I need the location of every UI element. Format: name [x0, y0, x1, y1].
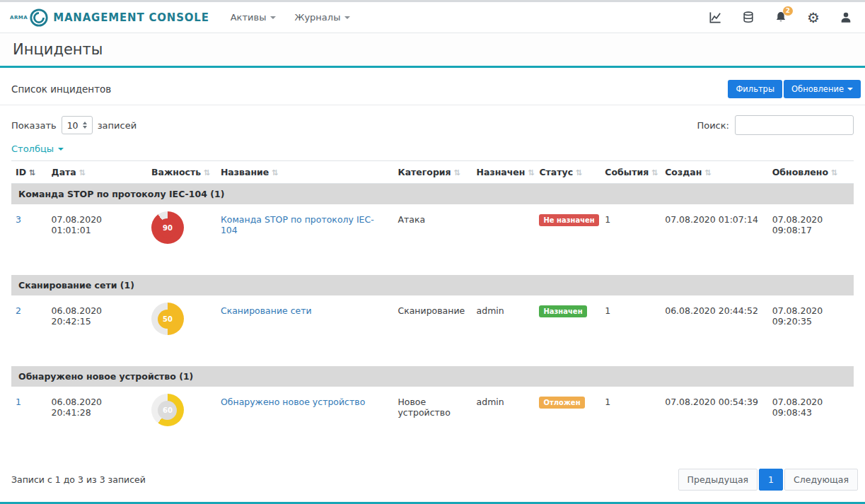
entries-label: записей [98, 120, 137, 131]
table-controls: Показать 10 записей Поиск: [0, 105, 865, 138]
page-size-group: Показать 10 записей [11, 116, 137, 134]
incident-created: 06.08.2020 20:44:52 [661, 295, 768, 366]
incident-events-count: 1 [600, 204, 661, 275]
chevron-down-icon [270, 16, 276, 19]
incidents-panel: Список инцидентов Фильтры Обновление Пок… [0, 74, 865, 499]
page-size-select[interactable]: 10 [62, 116, 93, 134]
column-header-updated[interactable]: Обновлено⇅ [768, 161, 854, 184]
incident-id-link[interactable]: 3 [16, 214, 21, 225]
columns-button[interactable]: Столбцы [11, 143, 64, 154]
sort-icon[interactable]: ⇅ [576, 168, 582, 177]
group-header-row: Команда STOP по протоколу IEC-104 (1) [11, 184, 854, 205]
panel-buttons: Фильтры Обновление [728, 80, 861, 98]
settings-gear-icon[interactable]: ⚙ [807, 11, 820, 25]
page-1-button[interactable]: 1 [759, 469, 783, 491]
search-input[interactable] [735, 115, 854, 135]
menu-assets[interactable]: Активы [231, 12, 277, 23]
chevron-down-icon [344, 16, 350, 19]
incident-events-count: 1 [600, 387, 661, 457]
panel-header: Список инцидентов Фильтры Обновление [0, 74, 865, 105]
next-page-button[interactable]: Следующая [784, 469, 858, 491]
incident-category: Атака [393, 204, 472, 275]
incident-created: 07.08.2020 01:07:14 [661, 204, 768, 275]
columns-row: Столбцы [0, 138, 865, 160]
incident-name-link[interactable]: Команда STOP по протоколу IEC-104 [221, 214, 374, 235]
severity-donut: 90 [151, 211, 184, 244]
incident-id-link[interactable]: 1 [16, 397, 21, 407]
page-size-value: 10 [67, 120, 79, 131]
incident-date: 06.08.2020 20:42:15 [47, 295, 147, 366]
brand: ARMA MANAGEMENT CONSOLE [10, 8, 209, 28]
menu-journals-label: Журналы [294, 12, 340, 23]
navbar-icons: 2 ⚙ [709, 11, 852, 25]
show-label: Показать [11, 120, 57, 131]
menu-journals[interactable]: Журналы [294, 12, 350, 23]
incident-assigned: admin [472, 387, 535, 457]
table-header-row: ID⇅Дата⇅Важность⇅Название⇅Категория⇅Назн… [11, 161, 854, 184]
page-header: Инциденты [0, 33, 865, 68]
records-info: Записи с 1 до 3 из 3 записей [11, 474, 146, 485]
incident-assigned: admin [472, 295, 535, 366]
incident-updated: 07.08.2020 09:08:17 [768, 204, 854, 275]
user-profile-icon[interactable] [840, 11, 852, 24]
severity-value: 60 [158, 401, 177, 420]
column-header-assigned[interactable]: Назначен⇅ [472, 161, 535, 184]
incident-row: 106.08.2020 20:41:2860Обнаружено новое у… [11, 387, 854, 457]
sort-icon[interactable]: ⇅ [29, 168, 35, 177]
incident-date: 06.08.2020 20:41:28 [47, 387, 147, 457]
incident-name-link[interactable]: Обнаружено новое устройство [221, 397, 365, 407]
top-navbar: ARMA MANAGEMENT CONSOLE Активы Журналы [0, 2, 865, 33]
column-header-events[interactable]: События⇅ [600, 161, 661, 184]
column-header-created[interactable]: Создан⇅ [661, 161, 768, 184]
incident-row: 307.08.2020 01:01:0190Команда STOP по пр… [11, 204, 854, 275]
status-badge: Назначен [539, 305, 586, 317]
incident-name-link[interactable]: Сканирование сети [221, 305, 312, 316]
incident-updated: 07.08.2020 09:20:35 [768, 295, 854, 366]
column-header-name[interactable]: Название⇅ [216, 161, 394, 184]
table-footer: Записи с 1 до 3 из 3 записей Предыдущая … [0, 457, 865, 499]
severity-donut: 60 [151, 394, 184, 426]
panel-title: Список инцидентов [11, 83, 111, 95]
page-title: Инциденты [13, 41, 852, 58]
brand-title: MANAGEMENT CONSOLE [53, 11, 209, 24]
incident-category: Сканирование [393, 295, 472, 366]
notifications-bell-icon[interactable]: 2 [774, 11, 787, 24]
incident-updated: 07.08.2020 09:08:43 [768, 387, 854, 457]
sort-icon[interactable]: ⇅ [454, 168, 460, 177]
incident-assigned [472, 204, 535, 275]
sort-icon[interactable]: ⇅ [272, 168, 278, 177]
incident-category: Новое устройство [393, 387, 472, 457]
sort-icon[interactable]: ⇅ [831, 168, 837, 177]
refresh-button[interactable]: Обновление [784, 80, 861, 98]
column-header-id[interactable]: ID⇅ [11, 161, 47, 184]
incident-row: 206.08.2020 20:42:1550Сканирование сетиС… [11, 295, 854, 366]
filters-button[interactable]: Фильтры [728, 80, 782, 98]
pagination: Предыдущая 1 Следующая [678, 469, 858, 491]
sort-icon[interactable]: ⇅ [79, 168, 86, 177]
incidents-table-wrap: ID⇅Дата⇅Важность⇅Название⇅Категория⇅Назн… [0, 160, 865, 457]
column-header-status[interactable]: Статус⇅ [535, 161, 600, 184]
group-header-row: Сканирование сети (1) [11, 275, 854, 295]
search-label: Поиск: [697, 120, 729, 131]
sort-icon[interactable]: ⇅ [204, 168, 210, 177]
search-group: Поиск: [697, 115, 854, 135]
column-header-date[interactable]: Дата⇅ [47, 161, 147, 184]
sort-icon[interactable]: ⇅ [651, 168, 658, 177]
status-badge: Отложен [539, 397, 584, 409]
main-menu: Активы Журналы [231, 12, 351, 23]
column-header-category[interactable]: Категория⇅ [393, 161, 472, 184]
spinner-arrows-icon [83, 122, 87, 129]
column-header-severity[interactable]: Важность⇅ [147, 161, 216, 184]
database-icon[interactable] [742, 11, 755, 24]
notification-count-badge: 2 [783, 6, 793, 16]
chevron-down-icon [58, 148, 64, 151]
sort-icon[interactable]: ⇅ [528, 168, 534, 177]
incident-id-link[interactable]: 2 [16, 305, 21, 316]
reports-chart-icon[interactable] [709, 11, 722, 24]
prev-page-button[interactable]: Предыдущая [678, 469, 758, 491]
severity-value: 90 [158, 218, 177, 238]
arma-logo-icon [29, 8, 49, 28]
arma-logo: ARMA [10, 8, 49, 28]
incident-events-count: 1 [600, 295, 661, 366]
sort-icon[interactable]: ⇅ [704, 168, 711, 177]
